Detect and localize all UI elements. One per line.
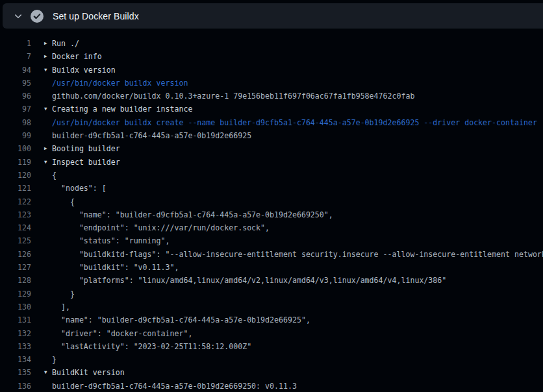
- arrow-spacer: [44, 261, 52, 274]
- log-text: {: [52, 195, 75, 208]
- line-number-link[interactable]: 120: [0, 169, 31, 182]
- arrow-spacer: [44, 129, 52, 142]
- log-output-row: 130 ],: [0, 300, 543, 313]
- arrow-spacer: [44, 327, 52, 340]
- log-view: 1▶Run ./7▶Docker info94▼Buildx version95…: [0, 29, 543, 392]
- step-title: Set up Docker Buildx: [53, 11, 139, 21]
- arrow-spacer: [44, 195, 52, 208]
- log-group-row[interactable]: 135▼BuildKit version: [0, 366, 543, 379]
- arrow-spacer: [44, 208, 52, 221]
- line-number-link[interactable]: 136: [0, 380, 31, 392]
- log-text: "name": "builder-d9cfb5a1-c764-445a-a57e…: [52, 208, 333, 221]
- log-text: "name": "builder-d9cfb5a1-c764-445a-a57e…: [52, 313, 310, 326]
- line-number-link[interactable]: 131: [0, 313, 31, 326]
- arrow-spacer: [44, 234, 52, 247]
- arrow-spacer: [44, 380, 52, 392]
- log-group-row[interactable]: 97▼Creating a new builder instance: [0, 103, 543, 116]
- line-number-link[interactable]: 126: [0, 248, 31, 261]
- line-number-link[interactable]: 122: [0, 195, 31, 208]
- line-number-link[interactable]: 124: [0, 221, 31, 234]
- log-output-row: 124 "endpoint": "unix:///var/run/docker.…: [0, 221, 543, 234]
- log-group-row[interactable]: 1▶Run ./: [0, 37, 543, 50]
- log-text: "buildkitd-flags": "--allow-insecure-ent…: [52, 248, 543, 261]
- log-text: "status": "running",: [52, 234, 170, 247]
- line-number-link[interactable]: 100: [0, 142, 31, 155]
- line-number-link[interactable]: 98: [0, 116, 31, 129]
- arrow-spacer: [44, 169, 52, 182]
- line-number-link[interactable]: 130: [0, 300, 31, 313]
- log-text: Buildx version: [52, 64, 116, 77]
- chevron-down-icon[interactable]: [14, 12, 23, 21]
- arrow-spacer: [44, 77, 52, 90]
- log-group-row[interactable]: 100▶Booting builder: [0, 142, 543, 155]
- arrow-spacer: [44, 90, 52, 103]
- log-text: "platforms": "linux/amd64,linux/amd64/v2…: [52, 274, 446, 287]
- log-group-row[interactable]: 94▼Buildx version: [0, 64, 543, 77]
- line-number-link[interactable]: 119: [0, 156, 31, 169]
- line-number-link[interactable]: 125: [0, 234, 31, 247]
- log-text: Booting builder: [52, 142, 120, 155]
- log-output-row: 136builder-d9cfb5a1-c764-445a-a57e-0b19d…: [0, 380, 543, 392]
- line-number-link[interactable]: 99: [0, 129, 31, 142]
- line-number-link[interactable]: 135: [0, 366, 31, 379]
- line-number-link[interactable]: 7: [0, 50, 31, 63]
- line-number-link[interactable]: 132: [0, 327, 31, 340]
- log-text: Inspect builder: [52, 156, 120, 169]
- triangle-down-icon: ▼: [44, 64, 52, 77]
- line-number-link[interactable]: 96: [0, 90, 31, 103]
- log-output-row: 121 "nodes": [: [0, 182, 543, 195]
- line-number-link[interactable]: 95: [0, 77, 31, 90]
- arrow-spacer: [44, 313, 52, 326]
- log-output-row: 126 "buildkitd-flags": "--allow-insecure…: [0, 248, 543, 261]
- check-circle-icon: [31, 10, 44, 23]
- line-number-link[interactable]: 133: [0, 340, 31, 353]
- log-output-row: 123 "name": "builder-d9cfb5a1-c764-445a-…: [0, 208, 543, 221]
- triangle-right-icon: ▶: [44, 142, 52, 155]
- log-text: /usr/bin/docker buildx version: [52, 77, 188, 90]
- log-output-row: 96github.com/docker/buildx 0.10.3+azure-…: [0, 90, 543, 103]
- log-text: "lastActivity": "2023-02-25T11:58:12.000…: [52, 340, 251, 353]
- line-number-link[interactable]: 94: [0, 64, 31, 77]
- line-number-link[interactable]: 1: [0, 37, 31, 50]
- triangle-down-icon: ▼: [44, 103, 52, 116]
- arrow-spacer: [44, 221, 52, 234]
- log-command-row: 95/usr/bin/docker buildx version: [0, 77, 543, 90]
- triangle-right-icon: ▶: [44, 37, 52, 50]
- log-group-row[interactable]: 119▼Inspect builder: [0, 156, 543, 169]
- log-text: Docker info: [52, 50, 102, 63]
- log-output-row: 132 "driver": "docker-container",: [0, 327, 543, 340]
- arrow-spacer: [44, 274, 52, 287]
- line-number-link[interactable]: 128: [0, 274, 31, 287]
- line-number-link[interactable]: 127: [0, 261, 31, 274]
- log-group-row[interactable]: 7▶Docker info: [0, 50, 543, 63]
- log-output-row: 129 }: [0, 288, 543, 300]
- log-text: Creating a new builder instance: [52, 103, 192, 116]
- log-output-row: 134}: [0, 353, 543, 366]
- triangle-right-icon: ▶: [44, 50, 52, 63]
- arrow-spacer: [44, 353, 52, 366]
- log-text: }: [52, 288, 75, 300]
- line-number-link[interactable]: 129: [0, 288, 31, 300]
- arrow-spacer: [44, 288, 52, 300]
- log-text: ],: [52, 300, 70, 313]
- log-text: }: [52, 353, 57, 366]
- log-output-row: 128 "platforms": "linux/amd64,linux/amd6…: [0, 274, 543, 287]
- log-output-row: 133 "lastActivity": "2023-02-25T11:58:12…: [0, 340, 543, 353]
- line-number-link[interactable]: 134: [0, 353, 31, 366]
- log-text: "endpoint": "unix:///var/run/docker.sock…: [52, 221, 270, 234]
- log-output-row: 127 "buildkit": "v0.11.3",: [0, 261, 543, 274]
- log-text: "buildkit": "v0.11.3",: [52, 261, 179, 274]
- triangle-down-icon: ▼: [44, 366, 52, 379]
- line-number-link[interactable]: 121: [0, 182, 31, 195]
- log-output-row: 131 "name": "builder-d9cfb5a1-c764-445a-…: [0, 313, 543, 326]
- triangle-down-icon: ▼: [44, 156, 52, 169]
- arrow-spacer: [44, 116, 52, 129]
- log-output-row: 120{: [0, 169, 543, 182]
- arrow-spacer: [44, 300, 52, 313]
- line-number-link[interactable]: 123: [0, 208, 31, 221]
- arrow-spacer: [44, 248, 52, 261]
- step-header[interactable]: Set up Docker Buildx: [3, 3, 543, 29]
- log-text: "driver": "docker-container",: [52, 327, 192, 340]
- line-number-link[interactable]: 97: [0, 103, 31, 116]
- log-text: "nodes": [: [52, 182, 107, 195]
